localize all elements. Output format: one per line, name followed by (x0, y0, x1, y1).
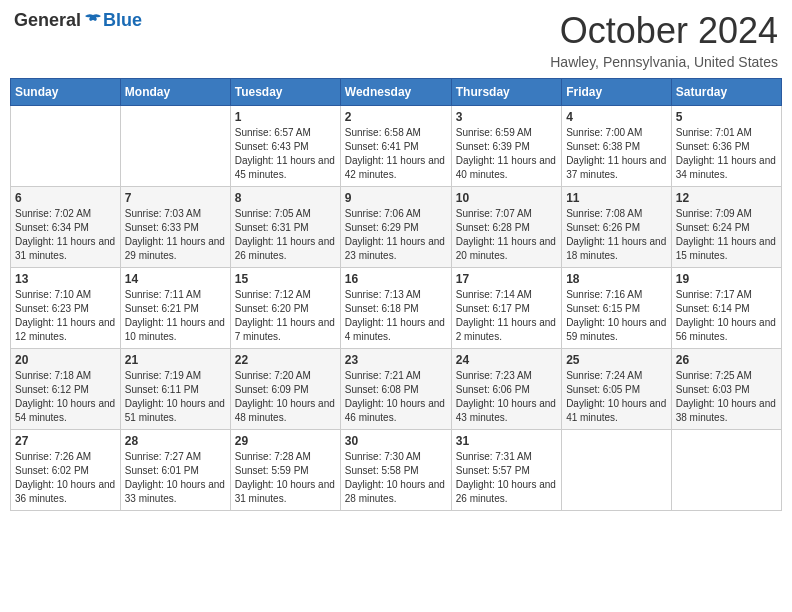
calendar-cell: 19Sunrise: 7:17 AMSunset: 6:14 PMDayligh… (671, 268, 781, 349)
day-info: Sunrise: 7:26 AMSunset: 6:02 PMDaylight:… (15, 450, 116, 506)
day-info: Sunrise: 7:16 AMSunset: 6:15 PMDaylight:… (566, 288, 667, 344)
calendar-week-row: 13Sunrise: 7:10 AMSunset: 6:23 PMDayligh… (11, 268, 782, 349)
day-number: 16 (345, 272, 447, 286)
calendar-cell: 11Sunrise: 7:08 AMSunset: 6:26 PMDayligh… (562, 187, 672, 268)
calendar-header-tuesday: Tuesday (230, 79, 340, 106)
day-info: Sunrise: 7:14 AMSunset: 6:17 PMDaylight:… (456, 288, 557, 344)
day-info: Sunrise: 7:13 AMSunset: 6:18 PMDaylight:… (345, 288, 447, 344)
day-info: Sunrise: 7:08 AMSunset: 6:26 PMDaylight:… (566, 207, 667, 263)
day-number: 24 (456, 353, 557, 367)
calendar-cell: 3Sunrise: 6:59 AMSunset: 6:39 PMDaylight… (451, 106, 561, 187)
calendar-cell: 20Sunrise: 7:18 AMSunset: 6:12 PMDayligh… (11, 349, 121, 430)
day-number: 9 (345, 191, 447, 205)
day-info: Sunrise: 7:31 AMSunset: 5:57 PMDaylight:… (456, 450, 557, 506)
calendar-cell: 29Sunrise: 7:28 AMSunset: 5:59 PMDayligh… (230, 430, 340, 511)
calendar-cell: 1Sunrise: 6:57 AMSunset: 6:43 PMDaylight… (230, 106, 340, 187)
day-info: Sunrise: 6:57 AMSunset: 6:43 PMDaylight:… (235, 126, 336, 182)
day-number: 8 (235, 191, 336, 205)
day-number: 23 (345, 353, 447, 367)
day-number: 31 (456, 434, 557, 448)
day-number: 13 (15, 272, 116, 286)
calendar-week-row: 27Sunrise: 7:26 AMSunset: 6:02 PMDayligh… (11, 430, 782, 511)
calendar-week-row: 1Sunrise: 6:57 AMSunset: 6:43 PMDaylight… (11, 106, 782, 187)
day-number: 22 (235, 353, 336, 367)
logo-general-text: General (14, 10, 81, 31)
calendar-cell: 25Sunrise: 7:24 AMSunset: 6:05 PMDayligh… (562, 349, 672, 430)
calendar-cell: 10Sunrise: 7:07 AMSunset: 6:28 PMDayligh… (451, 187, 561, 268)
day-number: 27 (15, 434, 116, 448)
calendar-header-monday: Monday (120, 79, 230, 106)
calendar-header-saturday: Saturday (671, 79, 781, 106)
day-number: 10 (456, 191, 557, 205)
day-number: 17 (456, 272, 557, 286)
calendar-week-row: 6Sunrise: 7:02 AMSunset: 6:34 PMDaylight… (11, 187, 782, 268)
calendar-cell: 4Sunrise: 7:00 AMSunset: 6:38 PMDaylight… (562, 106, 672, 187)
day-info: Sunrise: 7:03 AMSunset: 6:33 PMDaylight:… (125, 207, 226, 263)
logo-bird-icon (83, 13, 103, 29)
day-number: 7 (125, 191, 226, 205)
calendar-cell: 6Sunrise: 7:02 AMSunset: 6:34 PMDaylight… (11, 187, 121, 268)
calendar-cell: 30Sunrise: 7:30 AMSunset: 5:58 PMDayligh… (340, 430, 451, 511)
day-number: 28 (125, 434, 226, 448)
calendar-cell: 7Sunrise: 7:03 AMSunset: 6:33 PMDaylight… (120, 187, 230, 268)
day-number: 21 (125, 353, 226, 367)
day-info: Sunrise: 7:02 AMSunset: 6:34 PMDaylight:… (15, 207, 116, 263)
logo: General Blue (14, 10, 142, 31)
calendar-cell: 24Sunrise: 7:23 AMSunset: 6:06 PMDayligh… (451, 349, 561, 430)
day-info: Sunrise: 7:00 AMSunset: 6:38 PMDaylight:… (566, 126, 667, 182)
calendar-cell: 28Sunrise: 7:27 AMSunset: 6:01 PMDayligh… (120, 430, 230, 511)
calendar-cell: 2Sunrise: 6:58 AMSunset: 6:41 PMDaylight… (340, 106, 451, 187)
calendar-cell: 18Sunrise: 7:16 AMSunset: 6:15 PMDayligh… (562, 268, 672, 349)
day-info: Sunrise: 7:09 AMSunset: 6:24 PMDaylight:… (676, 207, 777, 263)
day-number: 15 (235, 272, 336, 286)
calendar-cell (11, 106, 121, 187)
calendar-week-row: 20Sunrise: 7:18 AMSunset: 6:12 PMDayligh… (11, 349, 782, 430)
day-info: Sunrise: 7:20 AMSunset: 6:09 PMDaylight:… (235, 369, 336, 425)
day-number: 14 (125, 272, 226, 286)
calendar-cell: 23Sunrise: 7:21 AMSunset: 6:08 PMDayligh… (340, 349, 451, 430)
day-info: Sunrise: 7:07 AMSunset: 6:28 PMDaylight:… (456, 207, 557, 263)
day-number: 25 (566, 353, 667, 367)
calendar-cell: 14Sunrise: 7:11 AMSunset: 6:21 PMDayligh… (120, 268, 230, 349)
day-info: Sunrise: 7:23 AMSunset: 6:06 PMDaylight:… (456, 369, 557, 425)
day-info: Sunrise: 7:12 AMSunset: 6:20 PMDaylight:… (235, 288, 336, 344)
calendar-cell: 5Sunrise: 7:01 AMSunset: 6:36 PMDaylight… (671, 106, 781, 187)
logo-blue-text: Blue (103, 10, 142, 31)
day-info: Sunrise: 7:17 AMSunset: 6:14 PMDaylight:… (676, 288, 777, 344)
day-number: 2 (345, 110, 447, 124)
day-info: Sunrise: 7:05 AMSunset: 6:31 PMDaylight:… (235, 207, 336, 263)
location-subtitle: Hawley, Pennsylvania, United States (550, 54, 778, 70)
calendar-cell: 31Sunrise: 7:31 AMSunset: 5:57 PMDayligh… (451, 430, 561, 511)
calendar-header-row: SundayMondayTuesdayWednesdayThursdayFrid… (11, 79, 782, 106)
calendar-cell: 8Sunrise: 7:05 AMSunset: 6:31 PMDaylight… (230, 187, 340, 268)
calendar-cell: 27Sunrise: 7:26 AMSunset: 6:02 PMDayligh… (11, 430, 121, 511)
page-header: General Blue October 2024 Hawley, Pennsy… (10, 10, 782, 70)
calendar-cell (671, 430, 781, 511)
calendar-header-sunday: Sunday (11, 79, 121, 106)
day-number: 12 (676, 191, 777, 205)
day-info: Sunrise: 7:25 AMSunset: 6:03 PMDaylight:… (676, 369, 777, 425)
day-number: 26 (676, 353, 777, 367)
calendar-cell: 21Sunrise: 7:19 AMSunset: 6:11 PMDayligh… (120, 349, 230, 430)
day-number: 29 (235, 434, 336, 448)
day-info: Sunrise: 7:27 AMSunset: 6:01 PMDaylight:… (125, 450, 226, 506)
day-number: 4 (566, 110, 667, 124)
calendar-cell: 12Sunrise: 7:09 AMSunset: 6:24 PMDayligh… (671, 187, 781, 268)
calendar-cell: 15Sunrise: 7:12 AMSunset: 6:20 PMDayligh… (230, 268, 340, 349)
day-number: 3 (456, 110, 557, 124)
month-year-title: October 2024 (550, 10, 778, 52)
day-number: 19 (676, 272, 777, 286)
calendar-header-thursday: Thursday (451, 79, 561, 106)
calendar-cell: 17Sunrise: 7:14 AMSunset: 6:17 PMDayligh… (451, 268, 561, 349)
day-info: Sunrise: 6:58 AMSunset: 6:41 PMDaylight:… (345, 126, 447, 182)
calendar-cell: 16Sunrise: 7:13 AMSunset: 6:18 PMDayligh… (340, 268, 451, 349)
day-info: Sunrise: 7:06 AMSunset: 6:29 PMDaylight:… (345, 207, 447, 263)
title-block: October 2024 Hawley, Pennsylvania, Unite… (550, 10, 778, 70)
day-number: 18 (566, 272, 667, 286)
day-number: 5 (676, 110, 777, 124)
day-number: 6 (15, 191, 116, 205)
day-info: Sunrise: 7:28 AMSunset: 5:59 PMDaylight:… (235, 450, 336, 506)
calendar-table: SundayMondayTuesdayWednesdayThursdayFrid… (10, 78, 782, 511)
day-info: Sunrise: 7:21 AMSunset: 6:08 PMDaylight:… (345, 369, 447, 425)
calendar-header-friday: Friday (562, 79, 672, 106)
